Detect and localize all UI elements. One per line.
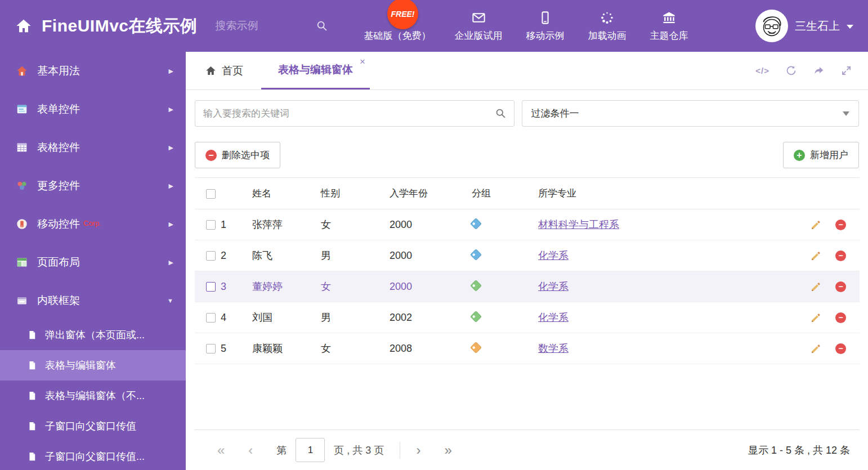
file-icon — [27, 330, 37, 340]
record-summary: 显示 1 - 5 条 , 共 12 条 — [748, 444, 859, 457]
delete-icon[interactable]: − — [835, 281, 846, 292]
major-link[interactable]: 数学系 — [538, 343, 569, 354]
col-header-gender: 性别 — [321, 178, 390, 209]
cell-year: 2002 — [390, 302, 472, 333]
corp-badge: Corp. — [83, 219, 101, 227]
cell-gender: 女 — [321, 333, 390, 364]
app-header: FineUIMvc在线示例 基础版（免费）企业版试用移动示例加载动画主题仓库 F… — [0, 0, 868, 52]
close-icon[interactable]: × — [360, 57, 365, 66]
chevron-right-icon: ▶ — [169, 182, 173, 190]
sidebar-subitem[interactable]: 弹出窗体（本页面或... — [0, 320, 186, 350]
page-prefix: 第 — [276, 444, 287, 457]
row-checkbox[interactable] — [206, 313, 216, 323]
nav-item-envelope[interactable]: 企业版试用 — [455, 10, 503, 42]
table-row[interactable]: 5康颖颖女2008数学系− — [195, 333, 860, 364]
nav-item-mobile[interactable]: 移动示例 — [526, 10, 565, 42]
table-row[interactable]: 1张萍萍女2000材料科学与工程系− — [195, 209, 860, 240]
add-user-label: 新增用户 — [810, 149, 848, 162]
sidebar-item[interactable]: 移动控件Corp.▶ — [0, 205, 186, 243]
delete-selected-button[interactable]: − 删除选中项 — [195, 142, 280, 168]
tab-active-label: 表格与编辑窗体 — [278, 62, 353, 77]
user-menu[interactable]: 三生石上 — [755, 10, 853, 42]
delete-icon[interactable]: − — [835, 220, 846, 230]
row-checkbox[interactable] — [206, 282, 216, 292]
delete-icon[interactable]: − — [835, 250, 846, 261]
sidebar-subitem[interactable]: 子窗口向父窗口传值... — [0, 441, 186, 470]
prev-page-button[interactable]: ‹ — [248, 444, 253, 457]
search-icon[interactable] — [495, 108, 507, 119]
row-checkbox[interactable] — [206, 344, 216, 353]
search-icon[interactable] — [316, 20, 328, 32]
header-search-input[interactable] — [216, 20, 311, 32]
filter-dropdown[interactable]: 过滤条件一 — [522, 100, 860, 127]
keyword-search-input[interactable] — [195, 108, 495, 119]
minus-circle-icon: − — [205, 150, 217, 161]
sidebar-item[interactable]: 表单控件▶ — [0, 90, 186, 128]
table-row[interactable]: 2陈飞男2000化学系− — [195, 240, 860, 271]
sidebar-item[interactable]: 页面布局▶ — [0, 243, 186, 281]
expand-icon[interactable] — [840, 65, 852, 77]
cell-gender: 男 — [321, 302, 390, 333]
major-link[interactable]: 化学系 — [538, 312, 569, 323]
table-header-row: 姓名 性别 入学年份 分组 所学专业 — [195, 178, 860, 209]
select-all-checkbox[interactable] — [206, 189, 216, 199]
grid-toolbar: − 删除选中项 + 新增用户 — [195, 142, 859, 168]
tag-icon — [470, 248, 482, 260]
code-icon[interactable]: </> — [755, 66, 769, 75]
delete-selected-label: 删除选中项 — [222, 149, 270, 162]
sidebar-subitem[interactable]: 子窗口向父窗口传值 — [0, 411, 186, 441]
cell-name: 康颖颖 — [252, 333, 321, 364]
edit-icon[interactable] — [810, 281, 822, 293]
cell-name: 陈飞 — [252, 240, 321, 271]
spinner-icon — [599, 10, 615, 25]
major-link[interactable]: 化学系 — [538, 250, 569, 261]
header-search — [216, 20, 328, 32]
refresh-icon[interactable] — [785, 65, 797, 77]
nav-item-bank[interactable]: 主题仓库 — [650, 10, 688, 42]
row-checkbox[interactable] — [206, 251, 216, 261]
sidebar-item[interactable]: 基本用法▶ — [0, 52, 186, 90]
page-number-input[interactable] — [296, 438, 325, 462]
table-row[interactable]: 3董婷婷女2000化学系− — [195, 271, 860, 302]
edit-icon[interactable] — [810, 250, 822, 262]
nav-item-spinner[interactable]: 加载动画 — [588, 10, 627, 42]
chevron-right-icon: ▶ — [169, 68, 173, 75]
avatar — [755, 10, 788, 42]
sidebar-item[interactable]: 表格控件▶ — [0, 128, 186, 167]
row-number: 1 — [221, 209, 252, 240]
chevron-down-icon — [843, 111, 849, 116]
home-icon[interactable] — [15, 17, 33, 35]
tag-icon — [470, 341, 482, 353]
tab-active[interactable]: 表格与编辑窗体 × — [261, 52, 370, 89]
mobilectl-icon — [16, 218, 28, 230]
cell-year: 2000 — [390, 209, 472, 240]
share-icon[interactable] — [813, 65, 825, 77]
edit-icon[interactable] — [810, 219, 822, 231]
tab-home[interactable]: 首页 — [196, 52, 252, 89]
keyword-search — [195, 100, 514, 127]
row-number: 4 — [221, 302, 252, 333]
edit-icon[interactable] — [810, 343, 822, 355]
envelope-icon — [471, 10, 486, 25]
edit-icon[interactable] — [810, 312, 822, 324]
sidebar-item[interactable]: 更多控件▶ — [0, 167, 186, 205]
next-page-button[interactable]: › — [416, 444, 420, 457]
major-link[interactable]: 材料科学与工程系 — [538, 219, 619, 230]
sidebar-item[interactable]: 内联框架▼ — [0, 281, 186, 320]
cell-name: 张萍萍 — [252, 209, 321, 240]
first-page-button[interactable]: « — [217, 444, 225, 457]
chevron-right-icon: ▶ — [169, 259, 173, 266]
row-checkbox[interactable] — [206, 220, 216, 230]
add-user-button[interactable]: + 新增用户 — [783, 142, 859, 168]
cell-year: 2000 — [390, 271, 472, 302]
table-icon — [16, 141, 28, 154]
last-page-button[interactable]: » — [444, 444, 451, 457]
table-row[interactable]: 4刘国男2002化学系− — [195, 302, 860, 333]
sidebar-subitem[interactable]: 表格与编辑窗体（不... — [0, 381, 186, 411]
cell-name: 刘国 — [252, 302, 321, 333]
delete-icon[interactable]: − — [835, 343, 846, 354]
major-link[interactable]: 化学系 — [538, 281, 569, 292]
delete-icon[interactable]: − — [835, 312, 846, 323]
col-header-year: 入学年份 — [390, 178, 472, 209]
sidebar-subitem[interactable]: 表格与编辑窗体 — [0, 350, 186, 381]
